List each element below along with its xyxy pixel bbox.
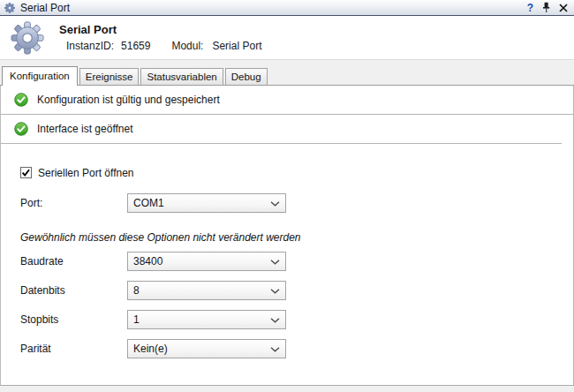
check-circle-icon: [14, 93, 28, 107]
stopbits-value: 1: [133, 313, 140, 326]
datenbits-label: Datenbits: [20, 284, 127, 297]
status-row: Interface ist geöffnet: [1, 115, 562, 144]
module-title: Serial Port: [59, 23, 261, 36]
close-icon: [559, 4, 568, 12]
checkmark-icon: [21, 168, 31, 177]
pin-icon: [541, 2, 551, 13]
options-note: Gewöhnlich müssen diese Optionen nicht v…: [20, 231, 573, 244]
title-bar: Serial Port ?: [0, 0, 574, 16]
tab-debug[interactable]: Debug: [225, 68, 268, 85]
paritaet-select[interactable]: Kein(e): [127, 339, 286, 358]
instance-id-label: InstanzID:: [66, 40, 114, 52]
check-circle-icon: [14, 122, 28, 136]
chevron-down-icon: [270, 318, 280, 323]
paritaet-label: Parität: [20, 343, 127, 355]
baudrate-select[interactable]: 38400: [127, 252, 286, 271]
gear-icon: [11, 21, 44, 55]
port-field-row: Port: COM1: [20, 193, 573, 213]
status-text: Konfiguration ist gültig und gespeichert: [37, 94, 220, 106]
tab-statusvariablen[interactable]: Statusvariablen: [140, 68, 223, 85]
chevron-down-icon: [270, 201, 280, 207]
baudrate-field-row: Baudrate 38400: [20, 252, 573, 271]
chevron-down-icon: [270, 347, 280, 352]
open-port-checkbox-label[interactable]: Seriellen Port öffnen: [38, 167, 134, 179]
port-value: COM1: [133, 197, 164, 209]
pin-button[interactable]: [541, 2, 551, 13]
port-select[interactable]: COM1: [127, 193, 286, 213]
datenbits-select[interactable]: 8: [127, 281, 286, 300]
datenbits-value: 8: [133, 284, 140, 297]
close-button[interactable]: [559, 4, 568, 12]
baudrate-value: 38400: [133, 255, 162, 268]
konfiguration-panel: Konfiguration ist gültig und gespeichert…: [0, 86, 574, 386]
tab-ereignisse[interactable]: Ereignisse: [79, 68, 140, 85]
tab-bar: Konfiguration Ereignisse Statusvariablen…: [0, 60, 574, 86]
chevron-down-icon: [270, 289, 280, 294]
chevron-down-icon: [270, 260, 280, 265]
baudrate-label: Baudrate: [20, 255, 127, 268]
help-button[interactable]: ?: [527, 3, 533, 13]
status-row: Konfiguration ist gültig und gespeichert: [1, 86, 573, 115]
gear-icon: [4, 3, 15, 13]
stopbits-select[interactable]: 1: [127, 310, 286, 329]
status-text: Interface ist geöffnet: [37, 123, 133, 135]
paritaet-field-row: Parität Kein(e): [20, 339, 573, 358]
stopbits-field-row: Stopbits 1: [20, 310, 573, 329]
tab-konfiguration[interactable]: Konfiguration: [2, 66, 78, 86]
module-header: Serial Port InstanzID:51659Modul:Serial …: [0, 16, 574, 60]
open-port-checkbox[interactable]: [20, 167, 32, 178]
open-port-checkbox-row: Seriellen Port öffnen: [20, 167, 573, 178]
bottom-strip: [0, 386, 574, 392]
window-title: Serial Port: [20, 2, 70, 14]
module-meta: InstanzID:51659Modul:Serial Port: [66, 40, 261, 52]
paritaet-value: Kein(e): [133, 343, 168, 355]
port-label: Port:: [20, 197, 127, 209]
stopbits-label: Stopbits: [20, 313, 127, 326]
serial-port-panel: Serial Port ?: [0, 0, 574, 392]
datenbits-field-row: Datenbits 8: [20, 281, 573, 300]
instance-id-value: 51659: [121, 40, 150, 52]
module-label: Modul:: [171, 40, 203, 52]
module-value: Serial Port: [212, 40, 261, 52]
